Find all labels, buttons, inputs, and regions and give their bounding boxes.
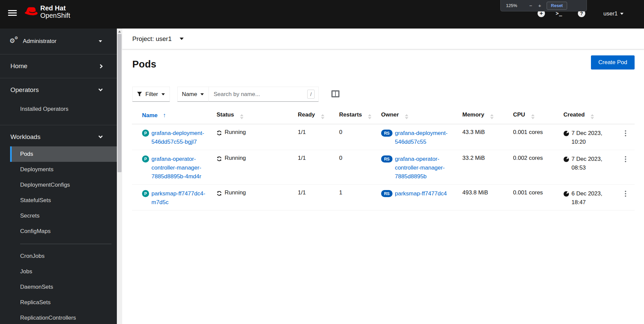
owner-link[interactable]: grafana-operator- controller-manager- 78… bbox=[395, 155, 445, 181]
sidebar-item-installed-operators[interactable]: Installed Operators bbox=[0, 101, 117, 117]
sort-ascending-icon: ↑ bbox=[163, 112, 166, 119]
sidebar-item-workloads[interactable]: Workloads bbox=[0, 125, 117, 146]
project-bar: Project: user1 bbox=[122, 29, 644, 49]
sort-icon bbox=[240, 114, 243, 119]
chevron-down-icon bbox=[98, 87, 103, 91]
sidebar-item-home[interactable]: Home bbox=[0, 54, 117, 78]
pod-memory: 33.2 MiB bbox=[457, 150, 508, 185]
browser-zoom-popup: 125% − + Reset bbox=[500, 0, 587, 11]
caret-down-icon bbox=[99, 40, 102, 42]
column-header-ready[interactable]: Ready bbox=[292, 106, 334, 124]
sync-status-icon bbox=[217, 191, 222, 196]
pod-memory: 43.3 MiB bbox=[457, 124, 508, 150]
sidebar-item-deployments[interactable]: Deployments bbox=[0, 162, 117, 177]
pod-restarts: 0 bbox=[334, 150, 376, 185]
sidebar-item-pods[interactable]: Pods bbox=[10, 146, 117, 162]
zoom-level: 125% bbox=[506, 3, 517, 8]
caret-down-icon bbox=[162, 93, 165, 95]
column-header-created[interactable]: Created bbox=[558, 106, 611, 124]
main-content: Project: user1 Pods Create Pod Filter Na… bbox=[122, 29, 644, 324]
perspective-switcher[interactable]: ⚙⚙ Administrator bbox=[0, 29, 117, 54]
caret-down-icon bbox=[200, 93, 204, 95]
replicaset-badge-icon: RS bbox=[381, 190, 393, 197]
sidebar-item-configmaps[interactable]: ConfigMaps bbox=[0, 224, 117, 239]
column-header-status[interactable]: Status bbox=[211, 106, 292, 124]
filter-funnel-icon bbox=[137, 92, 142, 97]
table-row: P parksmap-ff7477dc4- m7d5c bbox=[132, 185, 635, 211]
search-field-wrap: / bbox=[209, 87, 319, 102]
pod-restarts: 0 bbox=[334, 124, 376, 150]
table-header-row: Name↑ Status Ready Restarts Owner Memory bbox=[132, 106, 635, 124]
chevron-right-icon bbox=[98, 64, 103, 68]
content-scrollbar[interactable] bbox=[117, 29, 122, 324]
sidebar-item-daemonsets[interactable]: DaemonSets bbox=[0, 279, 117, 295]
pod-name-link[interactable]: parksmap-ff7477dc4- m7d5c bbox=[151, 189, 205, 207]
pod-cpu: 0.001 cores bbox=[508, 124, 558, 150]
sidebar-item-cronjobs[interactable]: CronJobs bbox=[0, 248, 117, 264]
nav-divider bbox=[20, 244, 111, 244]
search-type-dropdown[interactable]: Name bbox=[177, 87, 209, 102]
sort-icon bbox=[405, 114, 408, 119]
pod-cpu: 0.001 cores bbox=[508, 185, 558, 211]
sync-status-icon bbox=[217, 156, 222, 161]
user-menu[interactable]: user1 bbox=[603, 10, 624, 17]
zoom-reset-button[interactable]: Reset bbox=[547, 2, 567, 10]
sidebar-section-workloads: Workloads Pods Deployments DeploymentCon… bbox=[0, 125, 117, 324]
pod-created: 7 Dec 2023, 10:20 bbox=[571, 129, 602, 146]
zoom-in-button[interactable]: + bbox=[538, 3, 541, 8]
search-input[interactable] bbox=[209, 87, 319, 102]
sidebar-nav: ⚙⚙ Administrator Home Operators Installe… bbox=[0, 29, 117, 324]
pod-badge-icon: P bbox=[142, 155, 149, 163]
username: user1 bbox=[603, 10, 618, 17]
manage-columns-button[interactable] bbox=[331, 90, 339, 98]
sidebar-item-secrets[interactable]: Secrets bbox=[0, 208, 117, 224]
scrollbar-up-arrow-icon[interactable] bbox=[118, 31, 121, 33]
kebab-menu-icon[interactable] bbox=[622, 191, 629, 197]
kebab-menu-icon[interactable] bbox=[622, 130, 629, 136]
brand-name: Red Hat bbox=[40, 4, 70, 12]
owner-link[interactable]: grafana-deployment- 546dd57c55 bbox=[395, 129, 448, 146]
sort-icon bbox=[531, 114, 535, 119]
timestamp-globe-icon bbox=[563, 131, 569, 136]
sidebar-item-operators[interactable]: Operators bbox=[0, 78, 117, 101]
pod-name-link[interactable]: grafana-operator- controller-manager- 78… bbox=[151, 155, 201, 181]
page-header: Pods Create Pod bbox=[122, 49, 644, 71]
sidebar-item-deploymentconfigs[interactable]: DeploymentConfigs bbox=[0, 177, 117, 193]
pod-status: Running bbox=[225, 129, 246, 136]
replicaset-badge-icon: RS bbox=[381, 155, 393, 163]
pod-status: Running bbox=[225, 189, 246, 196]
scrollbar-thumb[interactable] bbox=[118, 34, 122, 172]
sidebar-item-replicasets[interactable]: ReplicaSets bbox=[0, 295, 117, 310]
columns-icon bbox=[331, 90, 339, 97]
product-name: OpenShift bbox=[40, 12, 70, 19]
caret-down-icon bbox=[180, 38, 184, 40]
create-pod-button[interactable]: Create Pod bbox=[591, 55, 635, 70]
perspective-label: Administrator bbox=[23, 38, 99, 45]
pod-badge-icon: P bbox=[142, 130, 149, 137]
red-hat-logo-icon bbox=[24, 7, 38, 17]
sidebar-item-statefulsets[interactable]: StatefulSets bbox=[0, 193, 117, 208]
pod-name-link[interactable]: grafana-deployment- 546dd57c55-bgjl7 bbox=[151, 129, 204, 146]
chevron-down-icon bbox=[620, 13, 624, 15]
filter-dropdown[interactable]: Filter bbox=[132, 87, 170, 102]
gears-icon: ⚙⚙ bbox=[9, 38, 19, 45]
owner-link[interactable]: parksmap-ff7477dc4 bbox=[395, 189, 447, 198]
nav-section-label: Workloads bbox=[10, 133, 40, 141]
nav-toggle-hamburger-icon[interactable] bbox=[8, 10, 17, 16]
pod-ready: 1/1 bbox=[292, 150, 334, 185]
table-row: P grafana-deployment- 546dd57c55-bgjl7 bbox=[132, 124, 635, 150]
nav-section-label: Operators bbox=[10, 86, 39, 94]
pod-badge-icon: P bbox=[142, 190, 149, 197]
zoom-out-button[interactable]: − bbox=[529, 3, 532, 8]
column-header-actions bbox=[611, 106, 635, 124]
column-header-memory[interactable]: Memory bbox=[457, 106, 508, 124]
column-header-owner[interactable]: Owner bbox=[376, 106, 457, 124]
column-header-restarts[interactable]: Restarts bbox=[334, 106, 376, 124]
project-selector[interactable]: Project: user1 bbox=[132, 35, 184, 43]
column-header-cpu[interactable]: CPU bbox=[508, 106, 558, 124]
sidebar-item-replicationcontrollers[interactable]: ReplicationControllers bbox=[0, 310, 117, 324]
column-header-name[interactable]: Name↑ bbox=[132, 106, 211, 124]
kebab-menu-icon[interactable] bbox=[622, 156, 629, 162]
pod-status: Running bbox=[225, 155, 246, 161]
sidebar-item-jobs[interactable]: Jobs bbox=[0, 264, 117, 279]
